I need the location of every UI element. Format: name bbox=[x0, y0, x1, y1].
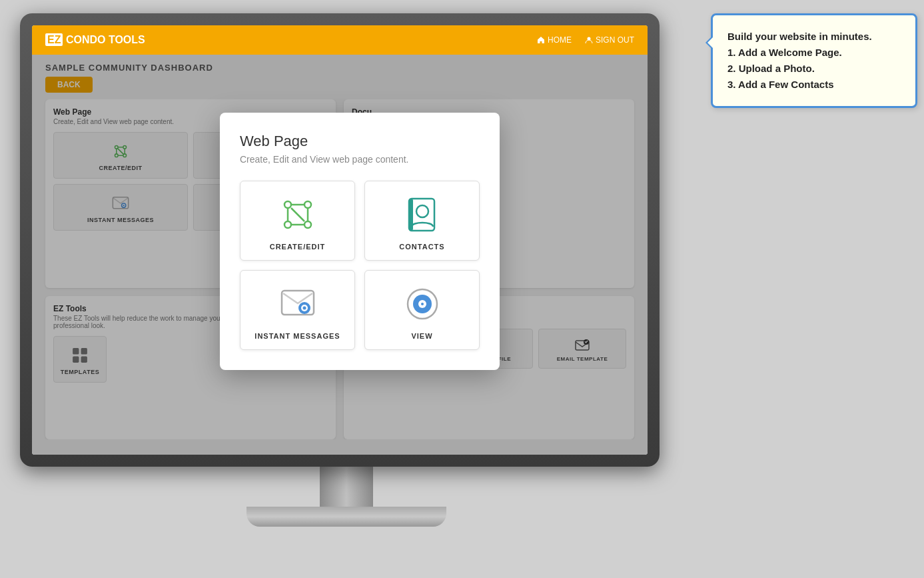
modal-grid: CREATE/EDIT CONTACTS bbox=[240, 181, 480, 350]
callout-tooltip: Build your website in minutes. 1. Add a … bbox=[711, 13, 917, 108]
modal-dialog: Web Page Create, Edit and View web page … bbox=[220, 113, 500, 370]
svg-line-39 bbox=[291, 208, 304, 221]
callout-line2: minutes. bbox=[831, 31, 872, 42]
user-icon bbox=[585, 36, 593, 44]
logo-highlight: EZ bbox=[45, 33, 63, 46]
modal-title: Web Page bbox=[240, 133, 480, 150]
svg-point-46 bbox=[302, 307, 306, 310]
monitor-screen: EZ CONDO TOOLS HOME SIGN OUT bbox=[32, 25, 648, 455]
monitor-stand-base bbox=[246, 507, 446, 527]
monitor-stand-neck bbox=[320, 467, 373, 507]
nav-signout-label: SIGN OUT bbox=[596, 35, 634, 45]
callout-line5: 3. Add a Few Contacts bbox=[727, 79, 833, 90]
svg-point-32 bbox=[304, 201, 311, 208]
callout-line1: Build your website in bbox=[727, 31, 828, 42]
nav-signout[interactable]: SIGN OUT bbox=[585, 35, 634, 45]
monitor: EZ CONDO TOOLS HOME SIGN OUT bbox=[20, 13, 673, 500]
modal-contacts-label: CONTACTS bbox=[399, 243, 444, 251]
modal-overlay[interactable]: Web Page Create, Edit and View web page … bbox=[32, 55, 648, 455]
monitor-bezel: EZ CONDO TOOLS HOME SIGN OUT bbox=[20, 13, 660, 467]
modal-messages-button[interactable]: INSTANT MESSAGES bbox=[240, 270, 355, 350]
nav-home-label: HOME bbox=[548, 35, 572, 45]
modal-messages-icon bbox=[278, 284, 318, 324]
nav-home[interactable]: HOME bbox=[537, 35, 572, 45]
modal-messages-label: INSTANT MESSAGES bbox=[254, 332, 340, 340]
callout-line4: 2. Upload a Photo. bbox=[727, 63, 815, 74]
modal-contacts-button[interactable]: CONTACTS bbox=[364, 181, 480, 261]
svg-point-50 bbox=[421, 303, 424, 305]
svg-point-33 bbox=[284, 221, 291, 228]
app-logo: EZ CONDO TOOLS bbox=[45, 34, 145, 46]
modal-contacts-icon bbox=[402, 195, 442, 235]
modal-create-icon bbox=[278, 195, 318, 235]
modal-create-label: CREATE/EDIT bbox=[270, 243, 326, 251]
home-icon bbox=[537, 36, 545, 44]
app-header: EZ CONDO TOOLS HOME SIGN OUT bbox=[32, 25, 648, 55]
svg-point-41 bbox=[416, 205, 428, 217]
modal-desc: Create, Edit and View web page content. bbox=[240, 154, 480, 165]
app-nav: HOME SIGN OUT bbox=[537, 35, 634, 45]
svg-point-31 bbox=[284, 201, 291, 208]
modal-create-edit-button[interactable]: CREATE/EDIT bbox=[240, 181, 355, 261]
callout-line3: 1. Add a Welcome Page. bbox=[727, 47, 842, 58]
svg-point-34 bbox=[304, 221, 311, 228]
modal-view-button[interactable]: VIEW bbox=[364, 270, 480, 350]
svg-rect-42 bbox=[409, 199, 413, 231]
modal-view-icon bbox=[402, 284, 442, 324]
modal-view-label: VIEW bbox=[411, 332, 432, 340]
app-body: SAMPLE COMMUNITY DASHBOARD BACK Web Page… bbox=[32, 55, 648, 455]
